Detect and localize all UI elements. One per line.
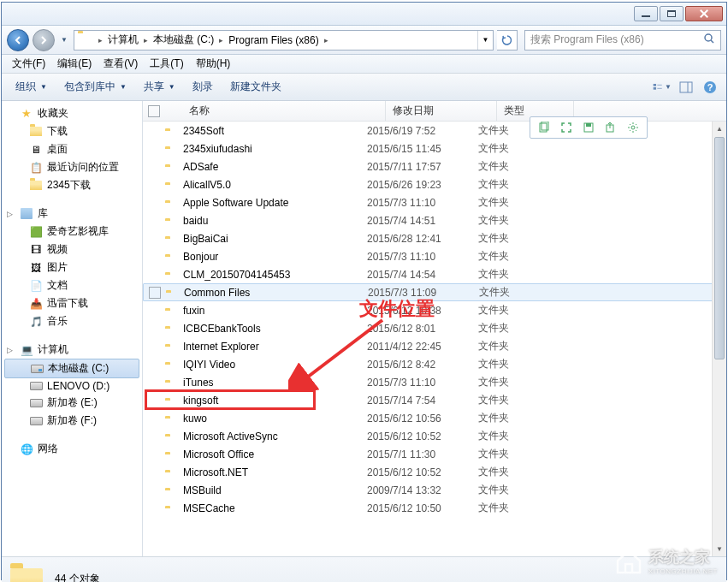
include-library-button[interactable]: 包含到库中▼ [57,76,133,98]
sidebar-drive-c[interactable]: 本地磁盘 (C:) [4,359,139,378]
sidebar-drive-f[interactable]: 新加卷 (F:) [2,412,142,430]
scrollbar[interactable]: ▲ ▼ [712,122,726,556]
breadcrumb-dropdown[interactable]: ▼ [477,31,493,50]
chevron-right-icon[interactable]: ▸ [140,36,151,45]
table-row[interactable]: Microsoft.NET2015/6/12 10:52文件夹 [143,463,726,481]
close-button[interactable] [685,6,723,21]
file-name: fuxin [183,305,367,317]
save-button[interactable] [578,119,599,136]
table-row[interactable]: AlicallV5.02015/6/26 19:23文件夹 [143,175,726,193]
sidebar-network[interactable]: 🌐网络 [2,440,142,458]
drive-icon [29,415,43,427]
sidebar-iqiyi[interactable]: 🟩爱奇艺影视库 [2,223,142,241]
search-placeholder: 搜索 Program Files (x86) [530,33,644,47]
sidebar-documents[interactable]: 📄文档 [2,276,142,294]
sidebar-music[interactable]: 🎵音乐 [2,312,142,330]
sidebar-desktop[interactable]: 🖥桌面 [2,140,142,158]
sidebar-videos[interactable]: 🎞视频 [2,241,142,258]
sidebar-favorites[interactable]: ★收藏夹 [2,104,142,122]
table-row[interactable]: Common Files2015/7/3 11:09文件夹 [143,283,726,301]
file-name: Apple Software Update [183,197,367,209]
settings-button[interactable] [623,119,643,136]
sidebar-xunlei[interactable]: 📥迅雷下载 [2,294,142,312]
breadcrumb-computer[interactable]: 计算机 [106,33,140,47]
file-date: 2015/6/12 8:01 [367,323,478,335]
table-row[interactable]: Bonjour2015/7/3 11:10文件夹 [143,247,726,265]
toolbar: 组织▼ 包含到库中▼ 共享▼ 刻录 新建文件夹 ▼ ? [2,74,726,101]
sidebar-2345[interactable]: 2345下载 [2,176,142,194]
history-dropdown[interactable]: ▼ [58,36,70,44]
scroll-thumb[interactable] [714,137,725,359]
menu-view[interactable]: 查看(V) [98,55,143,73]
table-row[interactable]: BigBaiCai2015/6/28 12:41文件夹 [143,229,726,247]
floating-toolbar [530,116,648,139]
maximize-button[interactable] [660,6,684,21]
chevron-right-icon[interactable]: ▸ [95,36,106,45]
table-row[interactable]: Internet Explorer2011/4/12 22:45文件夹 [143,337,726,355]
copy-button[interactable] [534,119,554,136]
table-row[interactable]: MSECache2015/6/12 10:50文件夹 [143,499,726,517]
row-checkbox[interactable] [149,287,161,299]
file-type: 文件夹 [478,447,555,461]
search-input[interactable]: 搜索 Program Files (x86) [524,30,721,50]
organize-button[interactable]: 组织▼ [9,76,54,98]
help-button[interactable]: ? [701,78,719,97]
breadcrumb-program-files[interactable]: Program Files (x86) [227,34,320,46]
chevron-right-icon[interactable]: ▸ [321,36,332,45]
menu-tools[interactable]: 工具(T) [145,55,188,73]
breadcrumb[interactable]: ▸ 计算机 ▸ 本地磁盘 (C:) ▸ Program Files (x86) … [74,30,494,50]
menu-help[interactable]: 帮助(H) [191,55,236,73]
desktop-icon: 🖥 [29,144,43,156]
breadcrumb-drive-c[interactable]: 本地磁盘 (C:) [151,33,216,47]
column-name[interactable]: 名称 [165,101,386,121]
table-row[interactable]: iTunes2015/7/3 11:10文件夹 [143,373,726,391]
minimize-button[interactable] [634,6,658,21]
menu-edit[interactable]: 编辑(E) [52,55,97,73]
folder-icon [78,33,92,47]
menu-file[interactable]: 文件(F) [7,55,50,73]
table-row[interactable]: Microsoft Office2015/7/1 11:30文件夹 [143,445,726,463]
table-row[interactable]: fuxin2015/6/12 10:38文件夹 [143,301,726,319]
table-row[interactable]: ADSafe2015/7/11 17:57文件夹 [143,157,726,175]
svg-point-0 [705,34,712,41]
chevron-right-icon[interactable]: ▸ [216,36,227,45]
table-row[interactable]: 2345xiufudashi2015/6/15 11:45文件夹 [143,140,726,157]
burn-button[interactable]: 刻录 [186,76,220,98]
table-row[interactable]: kingsoft2015/7/14 7:54文件夹 [143,391,726,409]
table-row[interactable]: baidu2015/7/4 14:51文件夹 [143,211,726,229]
library-icon [20,208,33,220]
status-count: 44 个对象 [55,572,100,582]
table-row[interactable]: Apple Software Update2015/7/3 11:10文件夹 [143,193,726,211]
table-row[interactable]: MSBuild2009/7/14 13:32文件夹 [143,481,726,499]
sidebar-downloads[interactable]: 下载 [2,122,142,140]
share-button[interactable]: 共享▼ [137,76,182,98]
table-row[interactable]: CLM_201507041454532015/7/4 14:54文件夹 [143,265,726,283]
forward-button[interactable] [33,29,55,51]
new-folder-button[interactable]: 新建文件夹 [223,76,288,98]
sidebar-pictures[interactable]: 🖼图片 [2,258,142,276]
scroll-up-button[interactable]: ▲ [713,122,726,136]
file-date: 2015/6/12 10:38 [367,305,478,317]
column-date[interactable]: 修改日期 [386,101,497,121]
back-button[interactable] [7,29,29,51]
file-type: 文件夹 [478,501,555,515]
table-row[interactable]: kuwo2015/6/12 10:56文件夹 [143,409,726,427]
sidebar-libraries[interactable]: ▷库 [2,205,142,223]
file-type: 文件夹 [478,249,555,264]
table-row[interactable]: IQIYI Video2015/6/12 8:42文件夹 [143,355,726,373]
house-icon [614,549,643,574]
sidebar-recent[interactable]: 📋最近访问的位置 [2,158,142,176]
refresh-button[interactable] [497,30,518,50]
share-button[interactable] [601,119,621,136]
view-mode-button[interactable]: ▼ [653,78,672,97]
table-row[interactable]: ICBCEbankTools2015/6/12 8:01文件夹 [143,319,726,337]
expand-button[interactable] [556,119,577,136]
file-date: 2015/7/1 11:30 [367,448,478,460]
preview-pane-button[interactable] [677,78,695,97]
sidebar-drive-d[interactable]: LENOVO (D:) [2,378,142,394]
sidebar-drive-e[interactable]: 新加卷 (E:) [2,394,142,412]
table-row[interactable]: Microsoft ActiveSync2015/6/12 10:52文件夹 [143,427,726,445]
select-all-checkbox[interactable] [148,105,160,117]
file-type: 文件夹 [478,267,555,282]
sidebar-computer[interactable]: ▷💻计算机 [2,341,142,359]
